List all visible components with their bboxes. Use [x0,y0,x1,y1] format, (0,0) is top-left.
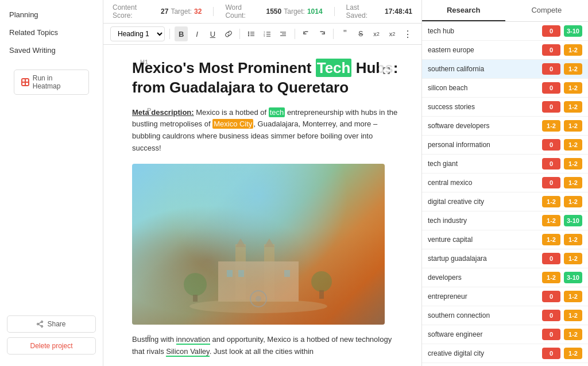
svg-point-10 [248,33,249,34]
quote-button[interactable]: " [338,26,351,41]
innovation-highlight: innovation [176,335,210,345]
topic-target-badge: 1-2 [564,291,582,302]
topic-row[interactable]: central mexico 0 1-2 [422,174,588,192]
topic-name: entrepreneur [428,292,539,300]
topic-row[interactable]: entrepreneur 0 1-2 [422,287,588,306]
topic-row[interactable]: eastern europe 0 1-2 [422,41,588,60]
underline-button[interactable]: U [206,26,219,41]
expand-button[interactable] [379,63,394,78]
subscript-button[interactable]: x2 [370,26,383,41]
share-button[interactable]: Share [7,315,96,333]
topic-row[interactable]: personal information 0 1-2 [422,136,588,155]
dedent-button[interactable] [276,26,289,41]
topic-score-badge: 1-2 [542,120,560,132]
svg-rect-0 [22,79,25,82]
topic-row[interactable]: tech hub 0 3-10 [422,22,588,41]
content-score-value: 27 [161,7,168,16]
mexico-city-highlight: Mexico City [212,119,253,129]
word-count-label: Word Count: [225,3,264,20]
topic-target-badge: 1-2 [564,139,582,151]
topic-score-badge: 0 [542,310,560,321]
topic-row[interactable]: software developers 1-2 1-2 [422,117,588,136]
tab-research[interactable]: Research [422,0,505,21]
topic-row[interactable]: silicon beach 0 1-2 [422,79,588,98]
topic-target-badge: 1-2 [564,82,582,94]
topic-target-badge: 1-2 [564,234,582,245]
right-panel: Research Compete tech hub 0 3-10 eastern… [421,0,588,366]
sidebar-item-saved-writing[interactable]: Saved Writing [0,41,103,59]
heatmap-button[interactable]: Run in Heatmap [14,70,89,95]
italic-button[interactable]: I [190,26,203,41]
topic-name: tech giant [428,160,539,168]
right-tabs: Research Compete [422,0,588,22]
top-bar: Content Score: 27 Target: 32 Word Count:… [103,0,421,24]
topic-row[interactable]: tech giant 0 1-2 [422,155,588,174]
editor-area[interactable]: H1 Mexico's Most Prominent Tech Hubs: fr… [103,45,421,366]
topic-name: eastern europe [428,46,539,54]
topic-name: personal information [428,141,539,149]
link-button[interactable] [222,26,235,41]
delete-project-button[interactable]: Delete project [7,337,96,355]
tab-compete[interactable]: Compete [505,0,589,21]
topic-row[interactable]: digital creative city 1-2 1-2 [422,192,588,211]
topic-name: silicon beach [428,84,539,92]
strikethrough-button[interactable]: S [354,26,368,41]
svg-rect-28 [218,261,299,302]
redo-button[interactable] [315,26,328,41]
sidebar-item-planning[interactable]: Planning [0,6,103,24]
svg-rect-1 [26,79,28,82]
topic-score-badge: 0 [542,101,560,113]
bullet-list-button[interactable] [245,26,258,41]
topic-row[interactable]: startup guadalajara 0 1-2 [422,249,588,268]
topic-score-badge: 0 [542,63,560,75]
topic-name: startup guadalajara [428,255,539,263]
topic-name: software engineer [428,330,539,338]
topic-row[interactable]: tech industry 1-2 3-10 [422,211,588,230]
topic-name: southern connection [428,311,539,319]
word-count-value: 1550 [266,7,282,16]
svg-point-38 [256,296,261,302]
svg-point-9 [248,32,249,33]
ol-list-button[interactable]: 1.2.3. [261,26,274,41]
more-options-button[interactable]: ⋮ [401,26,415,41]
redo-icon [318,30,326,38]
topic-score-badge: 0 [542,253,560,264]
share-label: Share [47,320,65,328]
tech-word-highlight: tech [269,107,285,117]
sidebar-item-related-topics[interactable]: Related Topics [0,24,103,41]
topic-name: venture capital [428,236,539,244]
superscript-button[interactable]: x2 [385,26,399,41]
undo-button[interactable] [299,26,312,41]
word-count-target-label: Target: [284,7,305,16]
ol-list-icon: 1.2.3. [263,30,271,38]
topic-row[interactable]: creative digital city 0 1-2 [422,344,588,363]
svg-text:3.: 3. [264,34,265,37]
svg-rect-3 [26,83,28,85]
meta-description: Meta description: Mexico is a hotbed of … [132,107,399,155]
topic-target-badge: 1-2 [564,101,582,113]
topic-target-badge: 3-10 [564,25,582,37]
share-icon [37,321,44,328]
svg-line-8 [39,325,41,326]
topic-score-badge: 0 [542,348,560,359]
bold-button[interactable]: B [175,26,188,41]
topic-row[interactable]: developers 1-2 3-10 [422,268,588,287]
topic-score-badge: 0 [542,44,560,56]
topic-row[interactable]: success stories 0 1-2 [422,98,588,117]
topic-row[interactable]: venture capital 1-2 1-2 [422,230,588,249]
tech-highlight: Tech [316,59,352,77]
topic-name: central mexico [428,179,539,187]
topic-score-badge: 0 [542,177,560,188]
word-count-stat: Word Count: 1550 Target: 1014 [225,3,322,20]
topic-target-badge: 3-10 [564,215,582,226]
topic-score-badge: 1-2 [542,234,560,245]
heatmap-label: Run in Heatmap [33,74,82,90]
topic-target-badge: 1-2 [564,196,582,207]
topic-row[interactable]: southern california 0 1-2 [422,60,588,79]
svg-rect-34 [193,295,198,302]
topic-row[interactable]: software engineer 0 1-2 [422,325,588,344]
sidebar: Planning Related Topics Saved Writing Ru… [0,0,103,366]
heading-select[interactable]: Heading 1 Heading 2 Heading 3 Paragraph [110,26,165,41]
last-saved-value: 17:48:41 [385,7,412,16]
topic-row[interactable]: southern connection 0 1-2 [422,306,588,325]
